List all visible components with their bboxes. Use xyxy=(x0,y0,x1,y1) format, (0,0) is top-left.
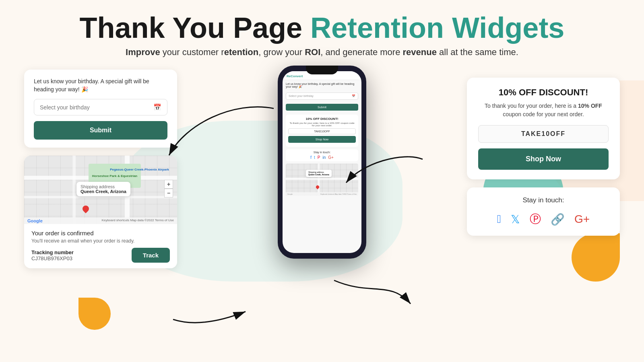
phone-map-grid xyxy=(286,164,358,196)
discount-highlight: 10% OFF xyxy=(578,103,602,109)
phone-map-footer: Google Keyboard shortcuts Map data ©2022… xyxy=(286,192,358,196)
order-email-text: You'll receive an email when your order … xyxy=(31,238,170,244)
phone-map-credits: Keyboard shortcuts Map data ©2022 Terms … xyxy=(320,193,357,195)
map-area: Horseshoe Park & Equestrian Pegasus-Quee… xyxy=(24,156,177,224)
map-road-v1 xyxy=(72,156,76,224)
phone-shop-btn: Shop Now xyxy=(288,136,356,143)
phone-map-road-v xyxy=(318,164,320,196)
phone-map-tooltip-city: Queen Creek, Arizona xyxy=(308,173,329,176)
header: Thank You Page Retention Widgets Improve… xyxy=(0,0,644,62)
discount-widget: 10% OFF DISCOUNT! To thank you for your … xyxy=(467,78,620,179)
phone-discount-title: 10% OFF DISCOUNT! xyxy=(288,117,356,121)
phone-content: Let us know your birthday. A special gif… xyxy=(283,80,361,253)
phone-linkedin-icon: in xyxy=(322,155,326,160)
map-road-h2 xyxy=(24,196,177,198)
content-area: Let us know your birthday. A special gif… xyxy=(0,62,644,335)
phone-notch xyxy=(306,66,338,74)
phone-twitter-icon: t xyxy=(314,155,315,160)
twitter-icon[interactable]: 𝕏 xyxy=(511,213,520,226)
phone-pinterest-icon: P xyxy=(318,155,320,160)
pinterest-icon[interactable]: Ⓟ xyxy=(530,212,541,227)
phone-submit-btn: Submit xyxy=(286,104,358,111)
tracking-number: CJ78UB976XP03 xyxy=(31,255,74,261)
subtitle: Improve your customer retention, grow yo… xyxy=(40,47,604,58)
phone-birthday-text: Let us know your birthday. A special gif… xyxy=(286,82,358,88)
phone-birthday-input: Select your birthday 📅 xyxy=(286,93,358,100)
subtitle-improve: Improve xyxy=(126,47,160,57)
map-zoom-controls[interactable]: + − xyxy=(164,180,173,197)
birthday-input-wrapper[interactable]: 📅 xyxy=(34,99,167,115)
map-tooltip-label: Shipping address xyxy=(80,184,126,189)
map-zoom-out[interactable]: − xyxy=(164,189,173,197)
social-widget: Stay in touch:  𝕏 Ⓟ 🔗 G+ xyxy=(467,187,620,236)
birthday-input[interactable] xyxy=(40,104,153,111)
shop-now-button[interactable]: Shop Now xyxy=(478,148,609,170)
phone-discount-text: To thank you for your order, here is a 1… xyxy=(288,122,356,127)
facebook-icon[interactable]:  xyxy=(497,213,501,226)
linkedin-icon[interactable]: 🔗 xyxy=(551,213,565,226)
map-footer-text: Keyboard shortcuts Map data ©2022 Terms … xyxy=(101,218,174,223)
tracking-row: Tracking number CJ78UB976XP03 Track xyxy=(31,248,170,263)
phone-frame: ReConvert Let us know your birthday. A s… xyxy=(278,66,366,259)
phone-map-area: Shipping address Queen Creek, Arizona Go… xyxy=(286,164,358,196)
phone-social-icons: f t P in G+ xyxy=(288,155,356,160)
track-button[interactable]: Track xyxy=(132,248,170,263)
phone-calendar-icon: 📅 xyxy=(352,95,355,98)
tracking-label: Tracking number xyxy=(31,249,74,255)
phone-input-placeholder: Select your birthday xyxy=(289,95,314,98)
submit-button[interactable]: Submit xyxy=(34,121,167,140)
tracking-details: Tracking number CJ78UB976XP03 xyxy=(31,249,74,261)
phone-google-plus-icon: G+ xyxy=(328,155,334,160)
page-title: Thank You Page Retention Widgets xyxy=(40,12,604,44)
social-icons-row:  𝕏 Ⓟ 🔗 G+ xyxy=(478,212,609,227)
phone-social-section: Stay in touch: f t P in G+ xyxy=(286,149,358,161)
page-container: Thank You Page Retention Widgets Improve… xyxy=(0,0,644,362)
map-zoom-in[interactable]: + xyxy=(164,180,173,189)
discount-desc: To thank you for your order, here is a 1… xyxy=(478,102,609,119)
coupon-code-box: TAKE10OFF xyxy=(478,125,609,143)
google-logo: Google xyxy=(27,218,43,223)
left-widgets: Let us know your birthday. A special gif… xyxy=(24,70,177,268)
social-title: Stay in touch: xyxy=(478,196,609,204)
subtitle-retention: etention xyxy=(224,47,259,57)
google-plus-icon[interactable]: G+ xyxy=(574,213,590,226)
birthday-text: Let us know your birthday. A special gif… xyxy=(34,78,167,93)
phone-map-road-h xyxy=(286,178,358,180)
phone-screen: ReConvert Let us know your birthday. A s… xyxy=(283,71,361,253)
map-airport-label: Pegasus-Queer Creek-Phoenix Airpark xyxy=(110,168,169,171)
phone-coupon: TAKE10OFF xyxy=(288,128,356,134)
discount-title: 10% OFF DISCOUNT! xyxy=(478,87,609,98)
phone-social-title: Stay in touch: xyxy=(288,151,356,154)
map-tracking-widget: Horseshoe Park & Equestrian Pegasus-Quee… xyxy=(24,156,177,268)
subtitle-roi: ROI xyxy=(305,47,320,57)
discount-desc-pre: To thank you for your order, here is a xyxy=(485,103,578,109)
title-teal: Retention Widgets xyxy=(310,12,564,44)
phone-discount-section: 10% OFF DISCOUNT! To thank you for your … xyxy=(286,115,358,147)
order-confirmed-text: Your order is confirmed xyxy=(31,230,170,237)
map-tooltip-city: Queen Creek, Arizona xyxy=(80,189,126,194)
right-widgets: 10% OFF DISCOUNT! To thank you for your … xyxy=(467,78,620,236)
phone-facebook-icon: f xyxy=(310,155,312,160)
subtitle-revenue: revenue xyxy=(403,47,437,57)
map-park-label: Horseshoe Park & Equestrian xyxy=(92,174,137,178)
discount-desc-post: coupon code for your next order. xyxy=(503,111,584,117)
calendar-icon: 📅 xyxy=(153,103,161,111)
title-black: Thank You Page xyxy=(80,12,302,44)
birthday-widget: Let us know your birthday. A special gif… xyxy=(24,70,177,148)
map-tooltip: Shipping address Queen Creek, Arizona xyxy=(76,182,130,196)
phone-mockup: ReConvert Let us know your birthday. A s… xyxy=(278,66,366,259)
map-footer: Google Keyboard shortcuts Map data ©2022… xyxy=(24,218,177,224)
phone-map-tooltip: Shipping address Queen Creek, Arizona xyxy=(306,170,332,177)
tracking-info: Your order is confirmed You'll receive a… xyxy=(24,224,177,268)
phone-google-logo: Google xyxy=(287,193,293,195)
